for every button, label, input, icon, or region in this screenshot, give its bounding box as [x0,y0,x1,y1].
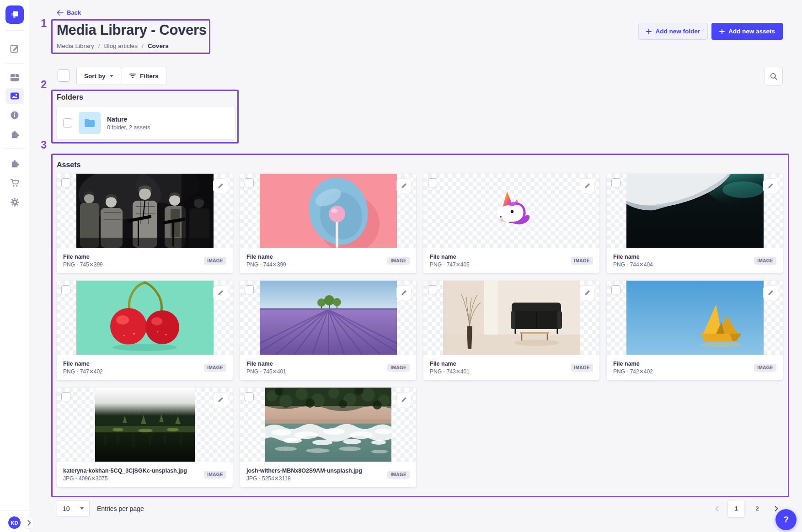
asset-edit-button[interactable] [763,285,778,300]
asset-type-badge: IMAGE [387,471,410,479]
asset-checkbox[interactable] [61,178,70,187]
sidebar-item-marketplace[interactable] [5,175,24,191]
edit-pencil-icon [218,183,224,189]
asset-meta: JPG - 5254✕3118 [246,475,362,482]
sidebar-item-media-library[interactable] [5,88,24,104]
asset-checkbox[interactable] [611,285,620,294]
sidebar-collapse-button[interactable] [25,517,33,529]
sidebar-item-content-type-builder[interactable] [5,69,24,86]
asset-type-badge: IMAGE [387,364,410,372]
asset-text: File name PNG - 745✕399 [63,254,103,268]
add-new-assets-button[interactable]: Add new assets [711,23,783,40]
select-all-checkbox[interactable] [58,69,70,82]
assets-heading: Assets [57,161,80,169]
asset-thumbnail-beach[interactable] [240,388,416,462]
asset-thumbnail-sofa-room[interactable] [423,281,599,355]
asset-checkbox[interactable] [61,285,70,294]
edit-pencil-icon [584,290,590,296]
asset-edit-button[interactable] [213,178,228,193]
asset-name: File name [430,361,470,367]
caret-down-icon [80,507,84,510]
add-new-folder-button[interactable]: Add new folder [638,23,708,40]
asset-text: File name PNG - 745✕401 [246,361,286,375]
band-photo [76,174,214,248]
previous-page-button[interactable] [711,502,723,515]
asset-edit-button[interactable] [580,285,595,300]
asset-edit-button[interactable] [213,392,228,407]
edit-pencil-icon [584,183,590,189]
asset-caption: File name PNG - 747✕405 IMAGE [423,248,599,273]
asset-thumbnail-lavender[interactable] [240,281,416,355]
page-number-1[interactable]: 1 [728,500,744,517]
asset-text: File name PNG - 744✕399 [246,254,286,268]
asset-checkbox[interactable] [245,285,254,294]
folder-checkbox[interactable] [63,118,72,128]
filters-button[interactable]: Filters [122,67,166,85]
page-controls: 1 2 [711,500,783,517]
entries-per-page-select[interactable]: 10 [57,500,90,517]
asset-edit-button[interactable] [396,178,412,193]
asset-checkbox[interactable] [428,178,437,187]
sort-by-button[interactable]: Sort by [76,67,121,85]
asset-thumbnail-band[interactable] [57,174,233,248]
asset-checkbox[interactable] [428,285,437,294]
asset-checkbox[interactable] [611,178,620,187]
asset-checkbox[interactable] [245,178,254,187]
asset-name: File name [613,254,653,260]
asset-thumbnail-cherries[interactable] [57,281,233,355]
asset-thumbnail-unicorn[interactable] [423,174,599,248]
asset-edit-button[interactable] [213,285,228,300]
cart-icon [10,178,20,188]
strapi-logo[interactable] [5,5,24,24]
avatar[interactable]: KD [8,516,21,529]
edit-pencil-icon [768,183,774,189]
gear-icon [10,197,20,207]
asset-type-badge: IMAGE [571,257,593,265]
annotation-label-1: 1 [37,17,47,30]
search-button[interactable] [764,67,783,85]
sidebar-item-documentation[interactable] [5,107,24,123]
layout-icon [10,73,19,82]
asset-edit-button[interactable] [580,178,595,193]
asset-edit-button[interactable] [763,178,778,193]
puzzle-icon [10,130,20,139]
breadcrumb-blog-articles[interactable]: Blog articles [104,43,138,49]
sidebar-item-settings[interactable] [5,194,24,210]
asset-edit-button[interactable] [396,392,412,407]
asset-edit-button[interactable] [396,285,412,300]
sidebar-item-content-manager[interactable] [5,40,24,57]
back-link[interactable]: Back [57,9,81,16]
asset-card: kateryna-kokhan-5CQ_3CjSGKc-unsplash.jpg… [57,388,233,487]
asset-caption: File name PNG - 744✕399 IMAGE [240,248,416,273]
help-button[interactable]: ? [775,509,797,530]
folder-card-nature[interactable]: Nature 0 folder, 2 assets [57,106,235,139]
entries-per-page-label: Entries per page [97,505,144,512]
asset-thumbnail-iceberg[interactable] [607,174,783,248]
asset-meta: PNG - 744✕399 [246,261,286,268]
asset-thumbnail-lollipop[interactable] [240,174,416,248]
asset-name: File name [613,361,653,367]
breadcrumb-media-library[interactable]: Media Library [57,43,94,49]
asset-caption: File name PNG - 742✕402 IMAGE [607,355,783,380]
asset-checkbox[interactable] [245,392,254,401]
asset-card: File name PNG - 743✕401 IMAGE [423,281,599,380]
annotation-label-2: 2 [37,79,47,91]
lavender-field-photo [260,281,397,355]
media-icon [10,91,19,101]
asset-caption: josh-withers-MBNx8O2S9AM-unsplash.jpg JP… [240,462,416,487]
sidebar-divider [0,511,29,511]
sidebar-item-plugins[interactable] [5,126,24,143]
asset-card: File name PNG - 747✕402 IMAGE [57,281,233,380]
sidebar-item-marketplace-plugins[interactable] [5,155,24,172]
page-number-2[interactable]: 2 [749,500,765,517]
asset-checkbox[interactable] [61,392,70,401]
asset-text: File name PNG - 743✕401 [430,361,470,375]
asset-thumbnail-paper-boat[interactable] [607,281,783,355]
asset-name: josh-withers-MBNx8O2S9AM-unsplash.jpg [246,468,362,474]
asset-thumbnail-forest[interactable] [57,388,233,462]
asset-name: File name [246,361,286,367]
forest-photo [95,388,195,462]
asset-card: File name PNG - 747✕405 IMAGE [423,174,599,273]
asset-caption: File name PNG - 744✕404 IMAGE [607,248,783,273]
pencil-icon [10,44,19,53]
